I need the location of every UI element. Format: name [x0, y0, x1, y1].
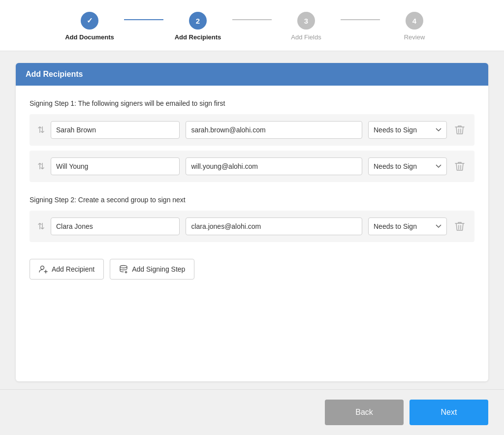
add-recipient-icon — [39, 265, 48, 274]
recipient-1-email[interactable] — [186, 121, 362, 139]
recipient-3-email[interactable] — [186, 218, 362, 235]
add-signing-step-button[interactable]: Add Signing Step — [110, 259, 194, 280]
connector-3-4 — [341, 19, 380, 20]
step-1-circle: ✓ — [81, 12, 98, 30]
step-3-label: Add Fields — [291, 33, 321, 41]
delete-recipient-1-button[interactable] — [453, 123, 467, 137]
step-add-fields: 3 Add Fields — [272, 12, 341, 41]
recipient-1-name[interactable] — [51, 121, 180, 139]
step-review: 4 Review — [380, 12, 449, 41]
sort-icon-3[interactable]: ⇅ — [37, 221, 45, 232]
connector-2-3 — [232, 19, 272, 20]
action-buttons: Add Recipient Add Signing Step — [30, 259, 474, 280]
recipient-3-role[interactable]: Needs to Sign Receives a Copy In Person … — [368, 218, 447, 235]
main-content: Add Recipients Signing Step 1: The follo… — [0, 51, 504, 389]
recipient-row-1: ⇅ Needs to Sign Receives a Copy In Perso… — [30, 114, 474, 146]
recipient-2-name[interactable] — [51, 157, 180, 175]
sort-icon-1[interactable]: ⇅ — [37, 124, 45, 135]
delete-recipient-2-button[interactable] — [453, 159, 467, 174]
recipient-2-role[interactable]: Needs to Sign Receives a Copy In Person … — [368, 157, 447, 175]
card-header-title: Add Recipients — [26, 70, 83, 78]
recipient-2-email[interactable] — [186, 157, 362, 175]
add-signing-step-label: Add Signing Step — [132, 265, 185, 273]
step-1-checkmark: ✓ — [87, 16, 93, 25]
card-header: Add Recipients — [16, 63, 488, 86]
footer: Back Next — [0, 389, 504, 435]
step-4-circle: 4 — [406, 12, 423, 30]
recipient-row-3: ⇅ Needs to Sign Receives a Copy In Perso… — [30, 211, 474, 242]
svg-point-1 — [120, 266, 127, 268]
add-recipients-card: Add Recipients Signing Step 1: The follo… — [16, 63, 488, 381]
svg-point-0 — [41, 266, 44, 270]
step-4-number: 4 — [412, 17, 416, 25]
stepper: ✓ Add Documents 2 Add Recipients 3 Add F… — [0, 0, 504, 51]
step-2-number: 2 — [196, 17, 200, 25]
delete-recipient-3-button[interactable] — [453, 219, 467, 234]
step-4-label: Review — [404, 33, 425, 41]
next-button[interactable]: Next — [410, 400, 488, 425]
step-2-circle: 2 — [189, 12, 207, 30]
step-add-recipients: 2 Add Recipients — [163, 12, 232, 41]
connector-1-2 — [124, 19, 163, 20]
step-add-documents: ✓ Add Documents — [55, 12, 124, 41]
add-recipient-button[interactable]: Add Recipient — [30, 259, 104, 280]
step-1-label: Add Documents — [65, 33, 114, 41]
add-signing-step-icon — [119, 265, 128, 274]
step-3-circle: 3 — [297, 12, 315, 30]
add-recipient-label: Add Recipient — [52, 265, 94, 273]
sort-icon-2[interactable]: ⇅ — [37, 161, 45, 172]
signing-step-2-label: Signing Step 2: Create a second group to… — [30, 196, 474, 204]
step-2-label: Add Recipients — [175, 33, 221, 41]
back-button[interactable]: Back — [325, 400, 404, 425]
signing-step-1-label: Signing Step 1: The following signers wi… — [30, 99, 474, 107]
recipient-3-name[interactable] — [51, 218, 180, 235]
recipient-row-2: ⇅ Needs to Sign Receives a Copy In Perso… — [30, 151, 474, 182]
card-body: Signing Step 1: The following signers wi… — [16, 86, 488, 381]
step-3-number: 3 — [304, 17, 308, 25]
recipient-1-role[interactable]: Needs to Sign Receives a Copy In Person … — [368, 121, 447, 139]
